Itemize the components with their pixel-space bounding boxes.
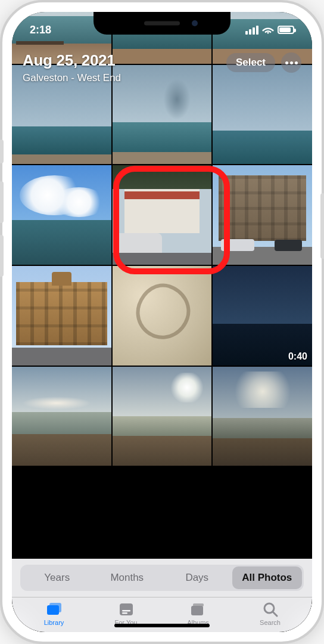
photo-thumbnail[interactable]: [113, 367, 212, 466]
status-icons: [245, 26, 294, 35]
video-thumbnail[interactable]: 0:40: [213, 266, 312, 366]
svg-rect-6: [193, 603, 204, 606]
segment-months[interactable]: Months: [92, 566, 163, 589]
tab-foryou[interactable]: For You: [102, 601, 150, 626]
tab-library[interactable]: Library: [30, 601, 78, 626]
wifi-icon: [262, 26, 274, 34]
status-time: 2:18: [30, 24, 51, 36]
home-indicator[interactable]: [114, 624, 210, 627]
photo-thumbnail[interactable]: [12, 266, 111, 366]
segment-days[interactable]: Days: [162, 566, 232, 589]
tab-label: Search: [260, 619, 281, 626]
albums-icon: [189, 601, 207, 618]
video-duration: 0:40: [288, 351, 307, 362]
tab-label: Library: [44, 619, 64, 626]
screen: 2:18 Aug 25, 2021 Galveston - West End S…: [12, 12, 312, 632]
svg-rect-1: [49, 603, 61, 612]
photo-thumbnail[interactable]: [213, 165, 312, 265]
svg-rect-4: [122, 612, 127, 614]
select-button[interactable]: Select: [226, 53, 275, 72]
more-button[interactable]: [281, 52, 301, 73]
photo-thumbnail[interactable]: [213, 367, 312, 466]
photo-thumbnail[interactable]: [12, 165, 111, 265]
segment-years[interactable]: Years: [22, 566, 92, 589]
cellular-icon: [245, 26, 258, 35]
iphone-device-frame: 2:18 Aug 25, 2021 Galveston - West End S…: [0, 0, 324, 644]
svg-rect-5: [191, 606, 203, 615]
tab-search[interactable]: Search: [247, 601, 294, 626]
foryou-icon: [117, 601, 135, 618]
library-icon: [45, 601, 63, 618]
photo-thumbnail[interactable]: [12, 367, 111, 466]
photo-thumbnail[interactable]: [113, 266, 212, 366]
svg-line-8: [273, 612, 277, 616]
segment-all-photos[interactable]: All Photos: [232, 566, 303, 589]
header-location: Galveston - West End: [23, 72, 121, 84]
header-date: Aug 25, 2021: [23, 51, 121, 70]
bottom-chrome: Years Months Days All Photos Library: [12, 559, 312, 632]
view-segmented-control: Years Months Days All Photos: [20, 565, 304, 591]
tab-albums[interactable]: Albums: [175, 601, 222, 626]
battery-icon: [278, 26, 294, 34]
library-header: Aug 25, 2021 Galveston - West End Select: [12, 43, 312, 84]
tab-bar: Library For You Albums: [12, 597, 312, 626]
notch: [94, 12, 230, 35]
svg-rect-3: [122, 610, 130, 612]
photo-thumbnail[interactable]: [113, 165, 212, 265]
search-icon: [261, 601, 279, 618]
